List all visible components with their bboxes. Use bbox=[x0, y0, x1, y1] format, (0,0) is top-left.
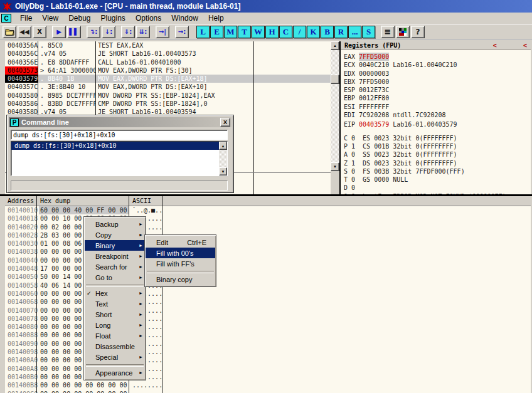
open-file-button[interactable] bbox=[3, 26, 16, 38]
trace-into-button[interactable]: ⇓: bbox=[121, 26, 135, 38]
context-menu-item[interactable]: Breakpoint ► bbox=[85, 251, 145, 261]
register-row[interactable]: ESIFFFFFFFF bbox=[341, 103, 531, 111]
submenu-item[interactable] bbox=[146, 269, 215, 274]
scroll-up-icon[interactable]: ▲ bbox=[219, 142, 227, 150]
window-letter-button[interactable]: H bbox=[265, 26, 279, 38]
window-letter-button[interactable]: S bbox=[362, 26, 375, 38]
scrollbar-thumb[interactable] bbox=[331, 75, 339, 84]
flag-row[interactable]: D 0 bbox=[341, 184, 531, 192]
context-menu-item[interactable] bbox=[85, 283, 145, 288]
context-menu-item[interactable]: Short ► bbox=[85, 309, 145, 320]
register-row[interactable]: EAX7FFD5000 bbox=[341, 53, 531, 61]
scroll-down-icon[interactable]: ▼ bbox=[331, 162, 339, 171]
trace-over-button[interactable]: ⇊: bbox=[136, 26, 150, 38]
disassembly-row[interactable]: 00403586 . 83BD DCE7FFFF CMP DWORD PTR S… bbox=[5, 100, 331, 108]
scroll-down-icon[interactable]: ▼ bbox=[219, 167, 227, 176]
flag-row[interactable]: P 1 CS 001B 32bit 0(FFFFFFFF) bbox=[341, 142, 531, 150]
context-menu-item[interactable]: Float ► bbox=[85, 330, 145, 341]
close-icon[interactable]: X bbox=[220, 118, 230, 127]
flag-row[interactable]: S 0 FS 003B 32bit 7FFDF000(FFF) bbox=[341, 167, 531, 176]
collapse-chevrons-icon[interactable]: < < bbox=[493, 42, 527, 49]
menu-item[interactable]: Help bbox=[203, 13, 229, 23]
window-letter-button[interactable]: C bbox=[279, 26, 292, 38]
history-scrollbar[interactable]: ▲ ▼ bbox=[219, 142, 227, 176]
context-menu-item[interactable]: Binary ► bbox=[85, 240, 145, 251]
registers-pane[interactable]: Registers (FPU) < < EAX7FFD5000 ECX0040C… bbox=[341, 41, 531, 196]
register-row[interactable]: ESP0012E73C bbox=[341, 86, 531, 94]
disassembly-row[interactable]: 0040356A . 85C0 TEST EAX,EAX bbox=[5, 41, 331, 50]
disassembly-row[interactable]: 00403579 . 8B40 18 MOV EAX,DWORD PTR DS:… bbox=[5, 75, 331, 83]
windows-list-button[interactable]: ≡ bbox=[381, 26, 395, 38]
menu-item[interactable]: Options bbox=[130, 13, 166, 23]
context-menu-item[interactable]: Search for ► bbox=[85, 261, 145, 272]
window-letter-button[interactable]: B bbox=[321, 26, 334, 38]
help-button[interactable]: ? bbox=[411, 26, 425, 38]
scroll-up-icon[interactable]: ▲ bbox=[331, 41, 339, 50]
context-menu-item[interactable]: Text ► bbox=[85, 298, 145, 309]
flag-row[interactable]: T 0 GS 0000 NULL bbox=[341, 176, 531, 184]
appearance-button[interactable] bbox=[396, 26, 410, 38]
context-menu-item[interactable]: Long ► bbox=[85, 320, 145, 330]
hex-dump-row[interactable]: 001400B8 00 00 00 00 00 00 00 00 .......… bbox=[5, 381, 531, 389]
window-letter-button[interactable]: K bbox=[307, 26, 320, 38]
register-row[interactable]: EBP0012FF80 bbox=[341, 94, 531, 102]
dialog-title-bar[interactable]: P Command line X bbox=[9, 117, 231, 127]
pause-button[interactable]: ▌▌ bbox=[67, 26, 81, 38]
menu-item[interactable]: File bbox=[15, 13, 37, 23]
context-menu-item[interactable]: Appearance ► bbox=[85, 367, 145, 378]
register-row[interactable]: EDX00000003 bbox=[341, 70, 531, 78]
submenu-item[interactable]: Edit Ctrl+E bbox=[146, 237, 215, 248]
context-menu-item[interactable]: Backup ► bbox=[85, 219, 145, 229]
go-to-address-button[interactable]: →: bbox=[175, 26, 189, 38]
window-letter-button[interactable]: L bbox=[196, 26, 210, 38]
register-row-eip[interactable]: EIP00403579Lab16-01.00403579 bbox=[341, 120, 531, 128]
window-letter-button[interactable]: E bbox=[210, 26, 223, 38]
context-menu-item[interactable]: Disassemble bbox=[85, 341, 145, 352]
context-menu-item[interactable] bbox=[85, 362, 145, 367]
context-menu-item[interactable]: Copy ► bbox=[85, 229, 145, 240]
run-button[interactable]: ▶ bbox=[52, 26, 66, 38]
cpu-child-icon[interactable]: C bbox=[1, 14, 11, 23]
context-menu-item[interactable]: Go to ► bbox=[85, 272, 145, 283]
flag-row[interactable]: C 0 ES 0023 32bit 0(FFFFFFFF) bbox=[341, 134, 531, 142]
disassembly-row[interactable]: 0040356C .v74 05 JE SHORT Lab16-01.00403… bbox=[5, 50, 331, 58]
window-letter-button[interactable]: / bbox=[293, 26, 306, 38]
disassembly-row[interactable]: 00403573 > 64:A1 30000000 MOV EAX,DWORD … bbox=[5, 66, 331, 75]
context-menu-item[interactable]: Special ► bbox=[85, 352, 145, 362]
hex-dump-row[interactable]: 001400C0 00 00 00 00 00 00 00 00 .......… bbox=[5, 390, 531, 393]
register-row[interactable]: EBX7FFD5000 bbox=[341, 78, 531, 86]
submenu-item[interactable]: Binary copy bbox=[146, 274, 215, 285]
disassembly-row[interactable]: 0040357C . 3E:8B40 10 MOV EAX,DWORD PTR … bbox=[5, 83, 331, 91]
submenu-item[interactable]: Fill with FF's bbox=[146, 258, 215, 269]
restart-button[interactable]: ◀◀ bbox=[18, 26, 31, 38]
step-into-button[interactable]: ↴: bbox=[87, 26, 100, 38]
window-letter-button[interactable]: R bbox=[334, 26, 348, 38]
menu-item[interactable]: Plugins bbox=[96, 13, 130, 23]
command-history-list[interactable]: dump ds:[fs:[30]+0x18]+0x10 ▲ ▼ bbox=[11, 141, 228, 176]
menu-item[interactable]: Window bbox=[166, 13, 203, 23]
window-letter-button[interactable]: M bbox=[224, 26, 237, 38]
disassembly-row[interactable]: 00403580 . 8985 DCE7FFFF MOV DWORD PTR S… bbox=[5, 92, 331, 100]
command-input[interactable]: dump ds:[fs:[30]+0x18]+0x10 bbox=[11, 130, 228, 140]
execute-till-return-button[interactable]: →| bbox=[156, 26, 169, 38]
history-item[interactable]: dump ds:[fs:[30]+0x18]+0x10 bbox=[11, 142, 219, 150]
menu-item[interactable]: View bbox=[37, 13, 63, 23]
window-letter-button[interactable]: ... bbox=[348, 26, 361, 38]
scrollbar-track[interactable] bbox=[219, 150, 227, 167]
hex-dump-row[interactable]: 00140010 60 00 00 40 00 FF 00 00 `..@.■.… bbox=[5, 206, 531, 214]
flag-row[interactable]: A 0 SS 0023 32bit 0(FFFFFFFF) bbox=[341, 150, 531, 159]
register-row[interactable]: ECX0040C210Lab16-01.0040C210 bbox=[341, 61, 531, 69]
register-row[interactable]: EDI7C920208ntdll.7C920208 bbox=[341, 111, 531, 119]
flag-row[interactable]: Z 1 DS 0023 32bit 0(FFFFFFFF) bbox=[341, 159, 531, 167]
close-process-button[interactable]: X bbox=[33, 26, 46, 38]
context-menu-item[interactable]: ✓ Hex ► bbox=[85, 288, 145, 298]
window-letter-button[interactable]: W bbox=[252, 26, 265, 38]
submenu-item[interactable]: Fill with 00's bbox=[146, 248, 215, 258]
scrollbar-track[interactable] bbox=[331, 50, 339, 162]
title-bar[interactable]: OllyDbg - Lab16-01.exe - [CPU - main thr… bbox=[0, 0, 532, 13]
menu-item[interactable]: Debug bbox=[63, 13, 95, 23]
disassembly-row[interactable]: 0040356E . E8 8DDAFFFF CALL Lab16-01.004… bbox=[5, 58, 331, 66]
step-over-button[interactable]: ↓: bbox=[102, 26, 115, 38]
command-line-dialog[interactable]: P Command line X dump ds:[fs:[30]+0x18]+… bbox=[6, 115, 234, 193]
window-letter-button[interactable]: T bbox=[238, 26, 251, 38]
